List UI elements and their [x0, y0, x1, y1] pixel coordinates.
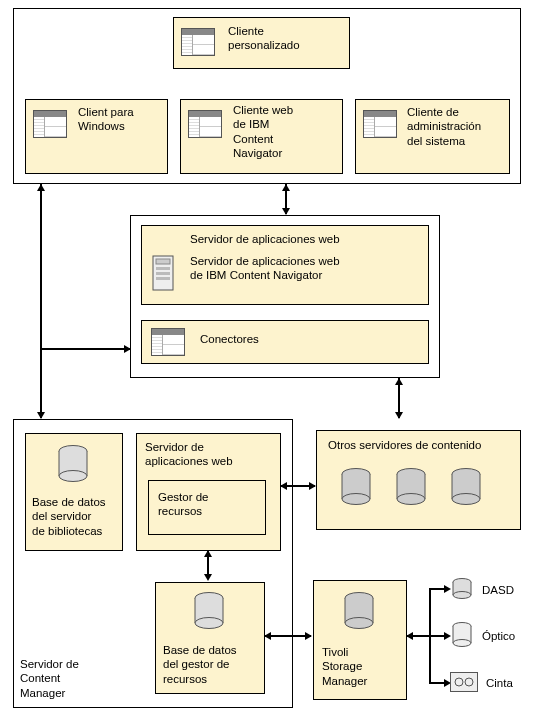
cm-appserver-label: Servidor de aplicaciones web — [145, 440, 265, 469]
database-icon — [193, 592, 225, 630]
webapp-subtitle: Servidor de aplicaciones web de IBM Cont… — [190, 254, 410, 283]
database-icon — [450, 468, 482, 506]
arrow-icon — [305, 632, 312, 640]
rm-db-label: Base de datos del gestor de recursos — [163, 643, 263, 686]
connector-line — [40, 184, 42, 418]
client-navigator-label: Cliente web de IBM Content Navigator — [233, 103, 333, 161]
tsm-label: Tivoli Storage Manager — [322, 645, 402, 688]
client-admin-label: Cliente de administración del sistema — [407, 105, 502, 148]
database-icon — [340, 468, 372, 506]
svg-point-24 — [397, 494, 425, 505]
window-icon — [181, 28, 215, 56]
svg-point-19 — [342, 494, 370, 505]
svg-point-39 — [453, 592, 471, 599]
arrow-icon — [444, 632, 451, 640]
arrow-icon — [264, 632, 271, 640]
arrow-icon — [309, 482, 316, 490]
resource-mgr-label: Gestor de recursos — [158, 490, 258, 519]
window-icon — [33, 110, 67, 138]
window-icon — [363, 110, 397, 138]
window-icon — [188, 110, 222, 138]
svg-point-45 — [455, 678, 463, 686]
svg-rect-1 — [156, 259, 170, 264]
svg-point-9 — [59, 471, 87, 482]
connector-line — [40, 348, 130, 350]
arrow-icon — [204, 550, 212, 557]
svg-rect-2 — [156, 267, 170, 270]
arrow-icon — [204, 574, 212, 581]
svg-point-14 — [195, 618, 223, 629]
connectors-label: Conectores — [200, 332, 259, 346]
tape-label: Cinta — [486, 676, 513, 690]
tape-icon — [450, 672, 478, 692]
arrow-icon — [37, 184, 45, 191]
svg-point-44 — [453, 640, 471, 647]
arrow-icon — [395, 378, 403, 385]
svg-point-34 — [345, 618, 373, 629]
arrow-icon — [406, 632, 413, 640]
window-icon — [151, 328, 185, 356]
webapp-title: Servidor de aplicaciones web — [190, 232, 340, 246]
arrow-icon — [124, 345, 131, 353]
arrow-icon — [282, 184, 290, 191]
database-icon — [57, 445, 89, 483]
other-servers-label: Otros servidores de contenido — [328, 438, 481, 452]
svg-rect-3 — [156, 272, 170, 275]
client-windows-label: Client para Windows — [78, 105, 158, 134]
cm-frame-label: Servidor de Content Manager — [20, 657, 100, 700]
optical-label: Óptico — [482, 629, 515, 643]
arrow-icon — [395, 412, 403, 419]
svg-point-29 — [452, 494, 480, 505]
arrow-icon — [282, 208, 290, 215]
database-icon — [395, 468, 427, 506]
database-icon — [343, 592, 375, 630]
svg-point-46 — [465, 678, 473, 686]
dasd-label: DASD — [482, 583, 514, 597]
arrow-icon — [37, 412, 45, 419]
diagram-canvas: Cliente personalizado Client para Window… — [0, 0, 540, 720]
optical-icon — [452, 622, 472, 648]
server-tower-icon — [152, 255, 174, 291]
library-db-label: Base de datos del servidor de biblioteca… — [32, 495, 120, 538]
arrow-icon — [280, 482, 287, 490]
client-custom-label: Cliente personalizado — [228, 24, 338, 53]
arrow-icon — [444, 585, 451, 593]
dasd-icon — [452, 578, 472, 600]
svg-rect-4 — [156, 277, 170, 280]
